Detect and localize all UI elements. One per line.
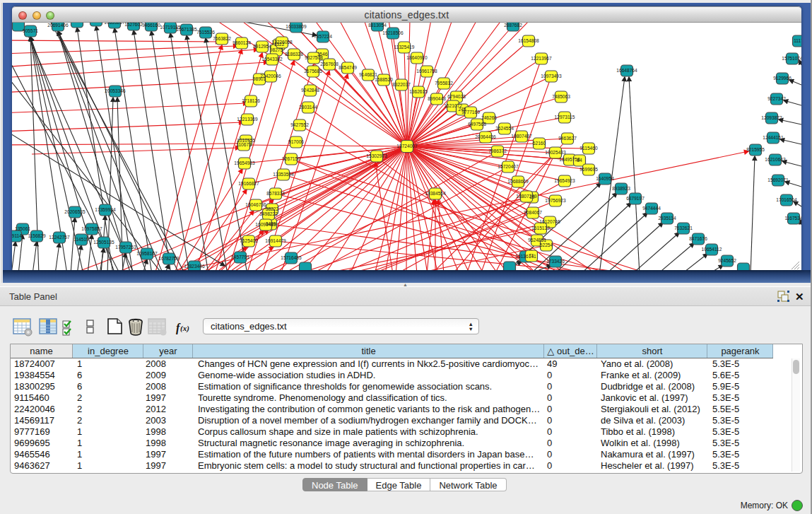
svg-text:7485063: 7485063 <box>552 94 570 99</box>
svg-text:9466160: 9466160 <box>142 23 160 28</box>
svg-text:7625402: 7625402 <box>240 238 258 243</box>
svg-text:16099489: 16099489 <box>255 222 276 227</box>
svg-text:8186328: 8186328 <box>285 52 303 57</box>
svg-text:20206535: 20206535 <box>64 209 86 214</box>
svg-text:10654112: 10654112 <box>702 247 722 252</box>
svg-text:10958107: 10958107 <box>136 251 158 256</box>
svg-text:17359934: 17359934 <box>95 207 116 212</box>
svg-text:62160: 62160 <box>533 141 546 146</box>
svg-text:3498222: 3498222 <box>259 211 278 216</box>
svg-text:12093872: 12093872 <box>761 115 782 120</box>
svg-text:1156829: 1156829 <box>28 233 46 238</box>
svg-text:16961758: 16961758 <box>416 69 437 74</box>
svg-text:15720407: 15720407 <box>498 164 519 169</box>
svg-text:19218506: 19218506 <box>382 30 404 35</box>
svg-text:12242757: 12242757 <box>49 235 70 240</box>
svg-text:20364436: 20364436 <box>475 134 496 139</box>
svg-text:12213967: 12213967 <box>531 56 552 61</box>
svg-text:20053346: 20053346 <box>105 88 126 93</box>
svg-text:84: 84 <box>577 158 582 163</box>
svg-text:10671385: 10671385 <box>176 27 197 32</box>
svg-text:9084067: 9084067 <box>524 210 542 215</box>
svg-text:2367608: 2367608 <box>320 62 339 66</box>
svg-text:1588520: 1588520 <box>375 77 393 82</box>
svg-text:9115460: 9115460 <box>579 146 598 151</box>
svg-text:8322037: 8322037 <box>392 82 411 87</box>
svg-text:7515526: 7515526 <box>196 30 215 35</box>
svg-text:19654923: 19654923 <box>554 178 575 183</box>
svg-text:15692071: 15692071 <box>767 177 789 182</box>
svg-text:18640910: 18640910 <box>406 55 428 60</box>
svg-text:98901: 98901 <box>253 76 266 81</box>
svg-text:18807249: 18807249 <box>516 194 537 199</box>
svg-text:20691406: 20691406 <box>47 23 69 28</box>
svg-text:19384554: 19384554 <box>425 191 446 196</box>
svg-text:9524851: 9524851 <box>528 238 546 243</box>
svg-text:1117: 1117 <box>794 38 801 43</box>
svg-text:9129966: 9129966 <box>773 76 792 81</box>
svg-text:1733426: 1733426 <box>546 259 565 264</box>
svg-text:9242848: 9242848 <box>301 88 319 93</box>
svg-text:15751074: 15751074 <box>782 56 801 61</box>
svg-text:52254: 52254 <box>540 243 553 247</box>
svg-text:6497568: 6497568 <box>468 122 486 127</box>
svg-text:9860124: 9860124 <box>233 40 251 45</box>
svg-text:9474444: 9474444 <box>642 206 661 211</box>
svg-text:746266: 746266 <box>481 115 497 120</box>
svg-text:905571: 905571 <box>23 28 38 33</box>
svg-text:110673: 110673 <box>236 142 252 147</box>
svg-text:16046736: 16046736 <box>245 202 266 207</box>
svg-text:10688609: 10688609 <box>507 179 529 184</box>
svg-text:8578334: 8578334 <box>266 191 285 196</box>
svg-text:8912954: 8912954 <box>253 44 271 49</box>
svg-text:917006: 917006 <box>288 139 304 144</box>
svg-text:16543382: 16543382 <box>261 57 283 62</box>
svg-text:12505135: 12505135 <box>93 240 114 245</box>
svg-text:17957253: 17957253 <box>115 245 136 250</box>
svg-text:16154808: 16154808 <box>518 38 539 43</box>
svg-text:1615132: 1615132 <box>531 226 550 230</box>
svg-text:2718126: 2718126 <box>242 98 260 103</box>
svg-text:9327508: 9327508 <box>305 55 323 60</box>
svg-text:17016504: 17016504 <box>776 197 797 202</box>
svg-text:135061: 135061 <box>15 226 30 231</box>
svg-text:8990448: 8990448 <box>428 96 446 101</box>
svg-text:10807487: 10807487 <box>511 134 532 139</box>
svg-text:12973115: 12973115 <box>555 115 575 119</box>
svg-text:16648764: 16648764 <box>616 68 637 73</box>
svg-text:2803144: 2803144 <box>299 105 317 110</box>
svg-text:9427552: 9427552 <box>290 122 309 127</box>
svg-text:12823446: 12823446 <box>184 264 205 269</box>
svg-text:3624554: 3624554 <box>495 126 514 131</box>
svg-text:15302973: 15302973 <box>366 153 387 158</box>
svg-text:10973493: 10973493 <box>541 74 562 78</box>
svg-text:6794028: 6794028 <box>447 94 466 99</box>
svg-text:16210643: 16210643 <box>765 157 786 162</box>
svg-text:16120746: 16120746 <box>539 219 560 224</box>
svg-text:8471676: 8471676 <box>689 236 707 241</box>
svg-text:12213369: 12213369 <box>237 117 258 122</box>
svg-text:19166827: 19166827 <box>238 181 259 186</box>
svg-text:114519: 114519 <box>73 237 89 242</box>
svg-text:9146821: 9146821 <box>359 72 377 77</box>
svg-text:11325419: 11325419 <box>394 45 415 49</box>
svg-text:98275: 98275 <box>270 47 283 52</box>
svg-text:12444151: 12444151 <box>763 135 784 140</box>
svg-text:6879197: 6879197 <box>626 196 645 201</box>
svg-text:2935114: 2935114 <box>658 216 676 221</box>
svg-text:71: 71 <box>529 253 534 258</box>
svg-text:8215955: 8215955 <box>746 147 765 152</box>
svg-text:16782759: 16782759 <box>158 256 180 261</box>
svg-text:16033809: 16033809 <box>286 24 307 29</box>
svg-text:13226058: 13226058 <box>271 40 293 45</box>
svg-text:19654983: 19654983 <box>234 160 255 165</box>
svg-text:9699695: 9699695 <box>579 167 598 172</box>
svg-text:7857224: 7857224 <box>314 34 332 39</box>
svg-text:1640954: 1640954 <box>596 176 614 181</box>
svg-text:38222: 38222 <box>266 206 279 211</box>
svg-text:15716485: 15716485 <box>281 255 302 260</box>
svg-text:9245652: 9245652 <box>718 258 736 263</box>
svg-text:9777169: 9777169 <box>461 110 480 115</box>
svg-text:7663822: 7663822 <box>213 36 231 41</box>
svg-text:7632621: 7632621 <box>674 226 693 230</box>
